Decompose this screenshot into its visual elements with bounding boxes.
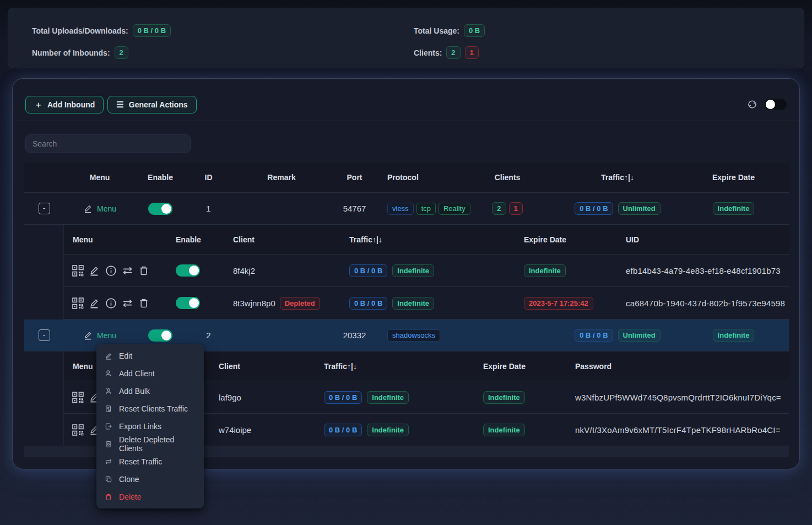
client-limit-badge: Indefinite [392, 297, 434, 310]
menu-item-export-links[interactable]: Export Links [96, 418, 204, 435]
table-header-row: Menu Enable ID Remark Port Protocol Clie… [24, 163, 789, 193]
clone-icon [104, 475, 112, 484]
clients-cell-empty [458, 320, 557, 351]
stat-total-usage: Total Usage: 0 B [414, 24, 780, 37]
delete-client-icon[interactable] [138, 297, 150, 309]
inbound-context-menu: Edit Add Client Add Bulk Reset Clients T… [96, 344, 204, 508]
sub-header-expire: Expire Date [515, 225, 617, 254]
menu-item-label: Delete Depleted Clients [119, 435, 196, 453]
client-enable-toggle[interactable] [176, 264, 200, 277]
usage-label: Total Usage: [414, 26, 459, 35]
reset-traffic-icon[interactable] [121, 264, 133, 277]
client-row: 8f4kj2 0 B / 0 B Indefinite Indefinite e… [64, 255, 789, 287]
sub-header-menu: Menu [64, 225, 167, 254]
clients-active-badge: 2 [446, 46, 460, 59]
sub-header-traffic[interactable]: Traffic↑|↓ [315, 351, 474, 381]
client-name: 8f4kj2 [224, 255, 340, 286]
menu-item-label: Edit [119, 351, 132, 360]
protocol-tag: vless [387, 203, 414, 215]
usage-value-badge: 0 B [464, 24, 485, 37]
edit-client-icon[interactable] [88, 297, 100, 309]
qrcode-icon[interactable] [72, 391, 84, 403]
traffic-limit-badge: Unlimited [618, 202, 661, 215]
reset-traffic-icon [104, 458, 112, 466]
menu-item-add-client[interactable]: Add Client [96, 365, 204, 382]
reset-traffic-icon[interactable] [121, 297, 133, 309]
stats-card: Total Uploads/Downloads: 0 B / 0 B Total… [8, 8, 804, 68]
qrcode-icon[interactable] [72, 264, 84, 277]
add-bulk-icon [104, 387, 112, 396]
client-uid: efb14b43-4a79-4e83-ef18-e48cf1901b73 [617, 255, 789, 286]
toolbar: ＋ Add Inbound ☰ General Actions [24, 79, 788, 114]
info-icon[interactable] [105, 297, 117, 309]
sub-header-expire: Expire Date [474, 351, 566, 381]
client-name: laf9go [210, 381, 315, 413]
expire-badge: Indefinite [713, 202, 755, 215]
client-row: 8t3wjnn8p0 Depleted 0 B / 0 B Indefinite… [64, 287, 789, 320]
traffic-limit-badge: Unlimited [618, 329, 661, 342]
general-actions-button[interactable]: ☰ General Actions [107, 96, 196, 113]
clients-depleted-badge: 1 [465, 46, 479, 59]
row-menu-button[interactable]: Menu [83, 331, 116, 340]
search-input[interactable] [25, 134, 191, 153]
client-traffic-badge: 0 B / 0 B [349, 297, 387, 310]
enable-toggle[interactable] [148, 203, 172, 215]
menu-item-delete-depleted-clients[interactable]: Delete Depleted Clients [96, 435, 204, 453]
refresh-icon[interactable] [746, 99, 758, 111]
client-limit-badge: Indefinite [367, 424, 409, 436]
stat-clients: Clients: 2 1 [414, 46, 780, 59]
add-inbound-button[interactable]: ＋ Add Inbound [25, 96, 104, 113]
inbound1-clients-table: Menu Enable Client Traffic↑|↓ Expire Dat… [63, 225, 789, 320]
subtable1-header-row: Menu Enable Client Traffic↑|↓ Expire Dat… [64, 225, 789, 255]
edit-icon [83, 331, 93, 340]
menu-item-reset-traffic[interactable]: Reset Traffic [96, 453, 204, 470]
collapse-row-button[interactable]: - [39, 203, 50, 214]
qrcode-icon[interactable] [72, 424, 84, 436]
clients-depleted-badge: 1 [509, 202, 523, 215]
edit-client-icon[interactable] [88, 264, 100, 277]
client-expire-badge: 2023-5-7 17:25:42 [524, 297, 593, 310]
sub-header-traffic[interactable]: Traffic↑|↓ [340, 225, 515, 254]
client-traffic-badge: 0 B / 0 B [324, 424, 362, 436]
info-icon[interactable] [105, 264, 117, 277]
sub-header-uid: UID [617, 225, 789, 254]
traffic-badge: 0 B / 0 B [575, 202, 613, 215]
client-password: w3NfbzUPf5WWd745Q8pvsmQrdrttT2IO6knuI7Di… [566, 381, 789, 413]
header-port: Port [331, 163, 378, 192]
sub-header-password: Password [566, 351, 789, 381]
qrcode-icon[interactable] [72, 297, 84, 309]
delete-client-icon[interactable] [138, 264, 150, 277]
client-password: nkV/I/3XoAm9v6xMT/T5IcrF4TpeTKF98rHARbRo… [566, 414, 789, 446]
clients-active-badge: 2 [492, 202, 506, 215]
row-menu-label: Menu [97, 204, 116, 213]
edit-icon [104, 352, 112, 360]
add-client-icon [104, 370, 112, 378]
panel-toggle-switch[interactable] [765, 99, 787, 110]
stat-inbounds: Number of Inbounds: 2 [32, 46, 414, 59]
menu-item-reset-clients-traffic[interactable]: Reset Clients Traffic [96, 400, 204, 418]
uploads-label: Total Uploads/Downloads: [32, 26, 128, 35]
enable-toggle[interactable] [148, 329, 172, 342]
inbound-port: 20332 [331, 320, 378, 351]
header-traffic[interactable]: Traffic↑|↓ [557, 163, 678, 192]
general-actions-label: General Actions [129, 100, 188, 109]
inbounds-value-badge: 2 [115, 46, 128, 59]
client-traffic-badge: 0 B / 0 B [349, 264, 387, 277]
menu-item-delete[interactable]: Delete [96, 488, 204, 506]
collapse-row-button[interactable]: - [39, 329, 50, 341]
row-menu-button[interactable]: Menu [83, 204, 116, 213]
inbound-id: 1 [185, 193, 232, 224]
edit-icon [83, 204, 93, 213]
menu-item-label: Add Bulk [119, 387, 150, 396]
client-enable-toggle[interactable] [176, 297, 200, 309]
clients-label: Clients: [414, 48, 442, 57]
traffic-badge: 0 B / 0 B [575, 329, 613, 342]
add-inbound-label: Add Inbound [47, 100, 95, 109]
stat-uploads-downloads: Total Uploads/Downloads: 0 B / 0 B [32, 24, 414, 37]
client-name: w74ioipe [210, 414, 315, 446]
sub-header-client: Client [224, 225, 340, 254]
menu-item-add-bulk[interactable]: Add Bulk [96, 382, 204, 400]
menu-item-edit[interactable]: Edit [96, 347, 204, 365]
menu-item-clone[interactable]: Clone [96, 470, 204, 488]
delete-icon [104, 493, 112, 501]
